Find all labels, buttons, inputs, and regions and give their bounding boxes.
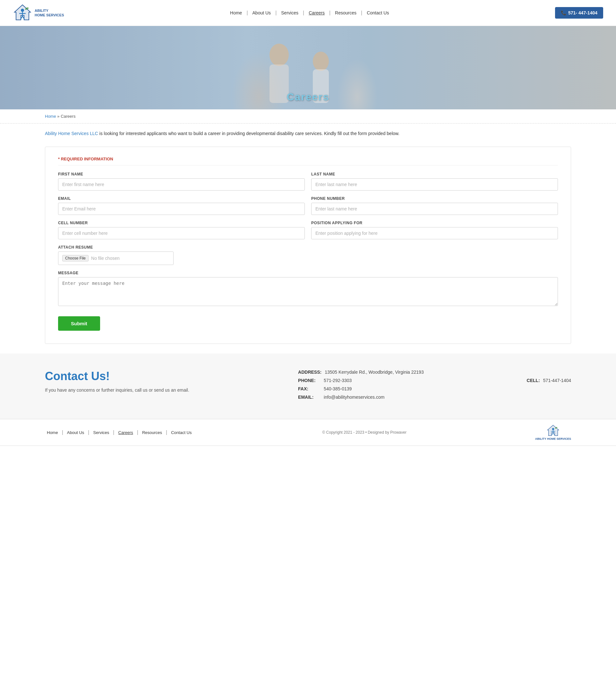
nav-sep-4: |	[329, 10, 330, 16]
cell-position-row: CELL NUMBER POSITION APPLYING FOR	[58, 221, 558, 239]
phone-label: PHONE NUMBER	[311, 196, 558, 201]
first-name-input[interactable]	[58, 178, 305, 191]
position-input[interactable]	[311, 227, 558, 239]
footer-contact[interactable]: Contact Us	[169, 430, 194, 435]
main-nav: Home | About Us | Services | Careers | R…	[227, 10, 391, 16]
contact-email-row: EMAIL: info@abilityhomeservices.com	[298, 395, 571, 400]
position-label: POSITION APPLYING FOR	[311, 221, 558, 225]
footer-services[interactable]: Services	[91, 430, 111, 435]
last-name-input[interactable]	[311, 178, 558, 191]
choose-file-button[interactable]: Choose File	[62, 255, 89, 261]
contact-section: Contact Us! If you have any concerns or …	[0, 353, 616, 419]
contact-description: If you have any concerns or further inqu…	[45, 387, 272, 393]
phone-input[interactable]	[311, 203, 558, 215]
contact-phone-label: PHONE:	[298, 378, 321, 383]
svg-point-2	[21, 9, 24, 12]
svg-rect-8	[270, 65, 289, 103]
contact-title-blue: Us!	[91, 370, 110, 383]
footer-links: Home | About Us | Services | Careers | R…	[45, 430, 194, 435]
contact-phone-value: 571-292-3303	[324, 378, 524, 383]
logo[interactable]: ABILITY HOME SERVICES	[13, 3, 64, 22]
cell-group: CELL NUMBER	[58, 221, 305, 239]
cell-input[interactable]	[58, 227, 305, 239]
phone-group: PHONE NUMBER	[311, 196, 558, 215]
submit-button[interactable]: Submit	[58, 316, 100, 331]
required-label: * REQUIRED INFORMATION	[58, 156, 558, 166]
message-group: MESSAGE	[58, 271, 558, 307]
name-row: FIRST NAME LAST NAME	[58, 172, 558, 191]
nav-services[interactable]: Services	[278, 10, 301, 16]
contact-address-row: ADDRESS: 13505 Kerrydale Rd., Woodbridge…	[298, 370, 571, 375]
contact-title: Contact Us!	[45, 370, 272, 383]
footer-logo-text: ABILITY HOME SERVICES	[535, 437, 571, 440]
footer-nav: Home | About Us | Services | Careers | R…	[0, 419, 616, 446]
nav-sep-2: |	[275, 10, 276, 16]
address-value: 13505 Kerrydale Rd., Woodbridge, Virgini…	[325, 370, 571, 375]
email-phone-row: EMAIL PHONE NUMBER	[58, 196, 558, 215]
phone-icon: 📞	[561, 10, 566, 16]
email-label: EMAIL	[58, 196, 305, 201]
contact-cell-value: 571-447-1404	[543, 378, 571, 383]
breadcrumb-current: Careers	[60, 114, 75, 119]
svg-point-13	[552, 428, 554, 430]
application-form-container: * REQUIRED INFORMATION FIRST NAME LAST N…	[45, 147, 571, 344]
nav-sep-5: |	[361, 10, 362, 16]
svg-line-16	[552, 433, 553, 435]
first-name-label: FIRST NAME	[58, 172, 305, 176]
breadcrumb-sep: »	[57, 114, 60, 119]
email-group: EMAIL	[58, 196, 305, 215]
hero-title: Careers	[287, 91, 329, 103]
hero-section: Careers	[0, 26, 616, 109]
contact-left: Contact Us! If you have any concerns or …	[45, 370, 272, 393]
position-group: POSITION APPLYING FOR	[311, 221, 558, 239]
contact-cell-label: CELL:	[527, 378, 540, 383]
nav-sep-1: |	[246, 10, 248, 16]
email-input[interactable]	[58, 203, 305, 215]
footer-home[interactable]: Home	[45, 430, 60, 435]
footer-careers[interactable]: Careers	[117, 430, 135, 435]
last-name-label: LAST NAME	[311, 172, 558, 176]
contact-email-label: EMAIL:	[298, 395, 321, 400]
contact-email-value: info@abilityhomeservices.com	[324, 395, 571, 400]
svg-point-7	[270, 44, 289, 66]
phone-button[interactable]: 📞 571- 447-1404	[555, 7, 603, 19]
breadcrumb-home[interactable]: Home	[45, 114, 56, 119]
address-label: ADDRESS:	[298, 370, 321, 375]
logo-text: ABILITY HOME SERVICES	[35, 8, 64, 18]
breadcrumb: Home » Careers	[0, 109, 616, 124]
message-label: MESSAGE	[58, 271, 558, 275]
last-name-group: LAST NAME	[311, 172, 558, 191]
fax-value: 540-385-0139	[324, 386, 571, 392]
svg-line-17	[553, 433, 555, 435]
logo-icon	[13, 3, 32, 22]
nav-sep-3: |	[303, 10, 304, 16]
cell-label: CELL NUMBER	[58, 221, 305, 225]
file-input-wrapper: Choose File No file chosen	[58, 251, 174, 265]
contact-right: ADDRESS: 13505 Kerrydale Rd., Woodbridge…	[298, 370, 571, 403]
company-link[interactable]: Ability Home Services LLC	[45, 131, 98, 136]
footer-logo: ABILITY HOME SERVICES	[535, 424, 571, 440]
nav-careers[interactable]: Careers	[306, 10, 327, 16]
intro-section: Ability Home Services LLC is looking for…	[0, 124, 616, 140]
first-name-group: FIRST NAME	[58, 172, 305, 191]
svg-point-9	[313, 52, 329, 71]
intro-text: is looking for interested applicants who…	[98, 131, 399, 136]
contact-fax-row: FAX: 540-385-0139	[298, 386, 571, 392]
nav-about[interactable]: About Us	[250, 10, 274, 16]
site-header: ABILITY HOME SERVICES Home | About Us | …	[0, 0, 616, 26]
nav-resources[interactable]: Resources	[332, 10, 359, 16]
nav-home[interactable]: Home	[227, 10, 245, 16]
footer-logo-icon	[547, 424, 560, 437]
contact-title-black: Contact	[45, 370, 88, 383]
fax-label: FAX:	[298, 386, 321, 392]
footer-resources[interactable]: Resources	[140, 430, 164, 435]
resume-label: ATTACH RESUME	[58, 245, 558, 250]
no-file-text: No file chosen	[91, 256, 120, 261]
footer-copyright: © Copyright 2021 - 2023 • Designed by Pr…	[322, 430, 406, 435]
nav-contact[interactable]: Contact Us	[364, 10, 391, 16]
contact-phone-row: PHONE: 571-292-3303 CELL: 571-447-1404	[298, 378, 571, 383]
footer-about[interactable]: About Us	[65, 430, 86, 435]
message-textarea[interactable]	[58, 277, 558, 306]
resume-group: ATTACH RESUME Choose File No file chosen	[58, 245, 558, 265]
